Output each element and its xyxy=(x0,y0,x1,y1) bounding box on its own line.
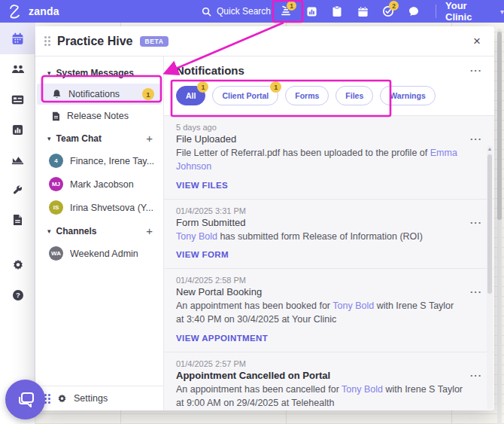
practice-hive-button[interactable]: 1 xyxy=(273,0,299,23)
section-channels[interactable]: ▾ Channels + xyxy=(35,219,163,242)
filter-chip-warnings[interactable]: Warnings xyxy=(380,86,435,105)
notification-body: An appointment has been booked for Tony … xyxy=(176,300,464,327)
section-system-messages[interactable]: ▾ System Messages xyxy=(35,63,163,83)
brand-name: zanda xyxy=(29,5,59,17)
sidebar-item-label: Notifications xyxy=(68,89,120,99)
chevron-down-icon: ▾ xyxy=(500,8,504,16)
settings-label: Settings xyxy=(74,393,108,404)
caret-down-icon: ▾ xyxy=(47,135,51,142)
filter-chip-row: All 1 Client Portal 1 Forms Files Warnin xyxy=(164,80,494,115)
help-icon: ? xyxy=(12,289,24,301)
clinic-selector[interactable]: Your Clinic ▾ xyxy=(445,0,504,23)
close-icon[interactable]: × xyxy=(469,33,485,49)
panel-header: Practice Hive BETA × xyxy=(35,26,494,56)
view-files-button[interactable]: VIEW FILES xyxy=(176,181,228,190)
page-title: Notifications xyxy=(176,64,244,77)
section-team-chat[interactable]: ▾ Team Chat + xyxy=(35,127,163,149)
section-label: System Messages xyxy=(56,68,134,78)
sidebar-item-release-notes[interactable]: Release Notes xyxy=(35,105,163,127)
rail-settings-button[interactable] xyxy=(0,250,35,280)
svg-text:?: ? xyxy=(16,291,20,299)
people-icon xyxy=(11,64,25,75)
brand-logo[interactable]: zanda xyxy=(6,0,59,23)
rail-reports-button[interactable] xyxy=(0,114,35,145)
support-chat-launcher[interactable] xyxy=(5,380,45,419)
notification-item-new-portal-booking: 01/4/2025 2:58 PM ··· New Portal Booking… xyxy=(164,269,494,352)
add-chat-button[interactable]: + xyxy=(146,132,153,145)
scroll-up-arrow-icon[interactable]: ▲ xyxy=(487,145,493,153)
sidebar-item-notifications[interactable]: Notifications 1 xyxy=(37,84,162,105)
page-scrollbar-thumb[interactable] xyxy=(497,32,502,220)
overflow-menu-button[interactable]: ··· xyxy=(470,66,482,75)
channel-item-weekend-admin[interactable]: WA Weekend Admin xyxy=(35,242,163,265)
chat-item-mark-jacobson[interactable]: MJ Mark Jacobson xyxy=(35,172,163,196)
rail-analytics-button[interactable] xyxy=(0,145,35,175)
rail-calendar-button[interactable] xyxy=(0,23,35,54)
calendar-button[interactable] xyxy=(350,0,375,23)
rail-clients-button[interactable] xyxy=(0,54,35,84)
caret-down-icon: ▾ xyxy=(47,69,51,77)
filter-chip-forms[interactable]: Forms xyxy=(285,86,329,105)
filter-chip-client-portal[interactable]: Client Portal 1 xyxy=(212,86,278,105)
topbar-divider xyxy=(436,5,436,18)
notification-menu-button[interactable]: ··· xyxy=(470,371,482,380)
client-link[interactable]: Tony Bold xyxy=(342,384,383,395)
chat-bubble-icon xyxy=(408,5,420,17)
notification-timestamp: 01/4/2025 2:58 PM xyxy=(176,276,464,285)
chat-name: Mark Jacobson xyxy=(70,179,134,190)
notification-title: File Uploaded xyxy=(176,133,464,145)
panel-scrollbar-thumb[interactable] xyxy=(487,154,492,294)
notification-list: 5 days ago ··· File Uploaded File Letter… xyxy=(164,115,494,410)
notification-item-file-uploaded: 5 days ago ··· File Uploaded File Letter… xyxy=(164,116,494,200)
chat-item-irina-shvetsova[interactable]: IS Irina Shvetsova (Y... xyxy=(35,196,163,219)
calendar-icon xyxy=(11,32,24,45)
panel-body: ▾ System Messages Notifications 1 xyxy=(35,56,494,410)
reports-button[interactable] xyxy=(299,0,324,23)
notification-title: New Portal Booking xyxy=(176,286,464,297)
app-window: { "colors": { "topbar": "#6365ee", "anno… xyxy=(0,0,504,424)
caret-down-icon: ▾ xyxy=(47,227,51,235)
client-link[interactable]: Tony Bold xyxy=(176,231,217,242)
view-form-button[interactable]: VIEW FORM xyxy=(176,250,229,259)
left-icon-rail: ? xyxy=(0,23,35,424)
zanda-logo-icon xyxy=(6,2,24,20)
notifications-main: Notifications ··· All 1 Client Portal 1 … xyxy=(164,56,494,410)
filter-chip-all[interactable]: All 1 xyxy=(176,86,205,105)
drag-handle-icon[interactable] xyxy=(44,36,50,46)
notification-menu-button[interactable]: ··· xyxy=(470,287,482,297)
drag-handle-icon[interactable] xyxy=(44,394,50,404)
quick-search[interactable]: Quick Search xyxy=(202,0,271,23)
chat-item-finance[interactable]: 4 Finance, Irene Tay... xyxy=(35,149,163,172)
add-channel-button[interactable]: + xyxy=(146,224,153,237)
tasks-button[interactable]: 2 xyxy=(375,0,401,23)
client-link[interactable]: Tony Bold xyxy=(332,300,374,311)
view-appointment-button[interactable]: VIEW APPOINTMENT xyxy=(176,334,268,343)
notifications-count-badge: 1 xyxy=(142,88,154,100)
notification-title: Appointment Cancelled on Portal xyxy=(176,370,464,381)
chip-count-badge: 1 xyxy=(197,81,208,93)
sidebar-item-settings[interactable]: Settings xyxy=(35,386,163,410)
panel-title: Practice Hive xyxy=(57,35,133,48)
rail-billing-button[interactable] xyxy=(0,84,35,114)
filter-chip-files[interactable]: Files xyxy=(335,86,373,105)
rail-tools-button[interactable] xyxy=(0,175,35,205)
notes-button[interactable] xyxy=(324,0,350,23)
notification-menu-button[interactable]: ··· xyxy=(470,218,482,227)
notification-timestamp: 5 days ago xyxy=(176,123,464,132)
tasks-badge: 2 xyxy=(389,1,399,11)
panel-scrollbar[interactable]: ▲ xyxy=(487,145,493,409)
notification-item-appointment-cancelled: 01/4/2025 2:57 PM ··· Appointment Cancel… xyxy=(164,352,494,410)
rail-help-button[interactable]: ? xyxy=(0,280,35,310)
quick-search-label: Quick Search xyxy=(217,6,271,17)
practice-hive-panel: Practice Hive BETA × ▾ System Messages xyxy=(35,26,494,410)
invoice-card-icon xyxy=(11,95,24,105)
bell-icon xyxy=(52,89,62,99)
messages-button[interactable] xyxy=(401,0,427,23)
notification-timestamp: 01/4/2025 2:57 PM xyxy=(176,359,464,368)
bar-chart-icon xyxy=(12,124,23,136)
rail-documents-button[interactable] xyxy=(0,205,35,235)
notification-menu-button[interactable]: ··· xyxy=(470,134,482,144)
rail-spacer xyxy=(0,235,35,250)
page-scrollbar[interactable] xyxy=(497,29,502,424)
topbar-icon-group: 1 xyxy=(273,0,427,23)
